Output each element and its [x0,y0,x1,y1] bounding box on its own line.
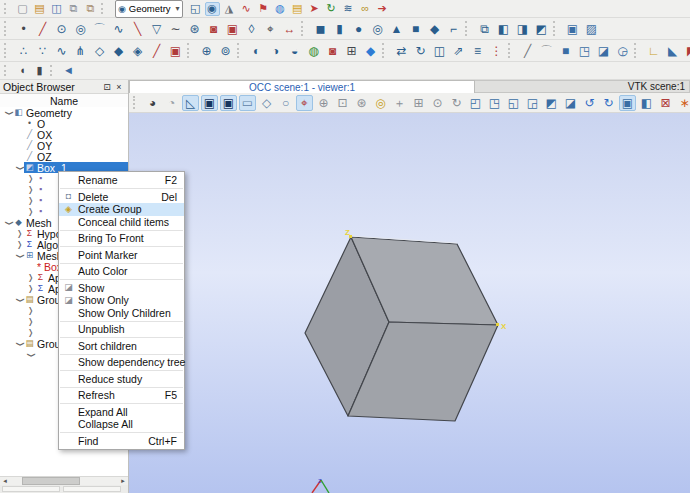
menu-item-unpublish[interactable]: Unpublish [59,323,184,336]
sewing-icon[interactable]: ◖ [15,64,30,78]
toolbar-handle[interactable] [4,65,10,77]
toolbar-handle[interactable] [553,21,559,36]
scrollbar-thumb[interactable] [22,477,80,485]
curve-icon[interactable]: ∿ [110,21,127,37]
chevron-right-icon[interactable]: ❭ [15,241,24,249]
preselection-icon[interactable]: ▣ [201,95,218,111]
tree-item-oy[interactable]: ╱OY [0,140,128,151]
chevron-down-icon[interactable]: ❭ [16,295,24,304]
vector-tool-icon[interactable]: ⌐ [445,21,462,37]
glue-faces-icon[interactable]: ▮ [32,64,47,78]
section-icon[interactable]: ◩ [533,21,550,37]
view-bottom-icon[interactable]: ◲ [524,95,541,111]
polyline-icon[interactable]: ∼ [167,21,184,37]
menu-item-expand-all[interactable]: Expand All [59,406,184,419]
menu-item-delete[interactable]: ◘DeleteDel [59,191,184,204]
menu-item-sort-children[interactable]: Sort children [59,340,184,353]
build-face-icon[interactable]: ⋔ [72,43,89,59]
menu-item-collapse-all[interactable]: Collapse All [59,418,184,431]
chevron-right-icon[interactable]: ❭ [26,318,35,326]
build-solid-icon[interactable]: ◆ [110,43,127,59]
toolbar-handle[interactable] [382,43,388,58]
menu-item-show[interactable]: ◪Show [59,282,184,295]
point-icon[interactable]: • [15,21,32,37]
shield-icon[interactable]: ◆ [362,43,379,59]
toolbar-handle[interactable] [50,65,56,77]
polygon-sel-icon[interactable]: ◇ [258,95,275,111]
interaction-style-icon[interactable]: ◔ [163,95,180,111]
build-wire-icon[interactable]: ∿ [53,43,70,59]
rect-selection-icon[interactable]: ▭ [239,95,256,111]
menu-item-conceal-child-items[interactable]: Conceal child items [59,216,184,229]
global-pan-icon[interactable]: ⊞ [410,95,427,111]
chevron-down-icon[interactable]: ❭ [16,339,24,348]
face-icon[interactable]: ■ [407,21,424,37]
undo-view-icon[interactable]: ↺ [581,95,598,111]
revolution-icon[interactable]: ◪ [595,43,612,59]
viewer-tab-vtk[interactable]: VTK scene:1 [475,80,690,93]
module-paravis-icon[interactable]: ∿ [239,2,254,16]
chevron-right-icon[interactable]: ❭ [15,230,24,238]
module-data-icon[interactable]: ≋ [341,2,356,16]
module-notebook-icon[interactable]: ▤ [290,2,305,16]
menu-item-find[interactable]: FindCtrl+F [59,435,184,448]
open-folder-icon[interactable]: ▤ [32,2,47,16]
toolbar-handle[interactable] [133,96,139,109]
rotate-op-icon[interactable]: ↻ [412,43,429,59]
dock-tab-stub[interactable] [2,486,60,492]
view-right-icon[interactable]: ◪ [562,95,579,111]
toolbar-handle[interactable] [4,43,10,58]
arc-tool-icon[interactable]: ⌒ [538,43,555,59]
box-primitive-icon[interactable]: ◼ [312,21,329,37]
translate-icon[interactable]: ⇄ [393,43,410,59]
build-vertex-icon[interactable]: ∴ [15,43,32,59]
angle-tool-icon[interactable]: ∟ [645,43,662,59]
module-mesh-icon[interactable]: ◮ [222,2,237,16]
fit-all-icon[interactable]: ▣ [619,95,636,111]
module-recycle-icon[interactable]: ↻ [324,2,339,16]
edge-line-icon[interactable]: ╱ [148,43,165,59]
paste-icon[interactable]: ⧉ [83,2,98,16]
new-document-icon[interactable]: ▢ [15,2,30,16]
toolbar-handle[interactable] [101,3,107,15]
chevron-right-icon[interactable]: ❭ [26,285,35,293]
chevron-down-icon[interactable]: ❭ [16,163,24,172]
ellipse-icon[interactable]: ◎ [72,21,89,37]
chevron-down-icon[interactable]: ❭ [5,218,13,227]
horizontal-scrollbar[interactable]: ◂ ▸ [0,476,128,485]
fuse-op-icon[interactable]: ◐ [248,43,265,59]
module-arrow-icon[interactable]: ➔ [375,2,390,16]
module-geometry-icon[interactable]: ◉ [205,2,220,16]
cylinder-icon[interactable]: ▮ [331,21,348,37]
build-shell-icon[interactable]: ◇ [91,43,108,59]
chevron-down-icon[interactable]: ❭ [5,108,13,117]
float-panel-icon[interactable]: ⊡ [101,82,113,92]
fuse-icon[interactable]: ⧉ [476,21,493,37]
fillet-icon[interactable]: ◣ [664,43,681,59]
chevron-right-icon[interactable]: ❭ [26,175,35,183]
chevron-right-icon[interactable]: ❭ [26,186,35,194]
redo-view-icon[interactable]: ↻ [600,95,617,111]
view-top-icon[interactable]: ◱ [505,95,522,111]
sphere-icon[interactable]: ● [350,21,367,37]
menu-item-show-only-children[interactable]: Show Only Children [59,307,184,320]
toolbar-handle[interactable] [237,43,243,58]
scale-icon[interactable]: ⇗ [450,43,467,59]
sketch-2d-icon[interactable]: ╲ [129,21,146,37]
line-icon[interactable]: ╱ [34,21,51,37]
module-sphere-icon[interactable]: ◍ [273,2,288,16]
offset-icon[interactable]: ≡ [469,43,486,59]
rotation-point-icon[interactable]: ⊙ [429,95,446,111]
chevron-right-icon[interactable]: ❭ [26,197,35,205]
dock-tab-stub[interactable] [63,486,121,492]
polygon-icon[interactable]: ▽ [148,21,165,37]
chevron-right-icon[interactable]: ❭ [26,208,35,216]
module-doc-icon[interactable]: ◱ [188,2,203,16]
chamfer-icon[interactable]: ◤ [683,43,690,59]
view-left-icon[interactable]: ◩ [543,95,560,111]
chevron-down-icon[interactable]: ❭ [27,350,35,359]
shapes-on-shape-icon[interactable]: ⊚ [217,43,234,59]
module-plane-icon[interactable]: ➤ [307,2,322,16]
fit-area-icon[interactable]: ◧ [638,95,655,111]
build-compound-icon[interactable]: ◈ [129,43,146,59]
